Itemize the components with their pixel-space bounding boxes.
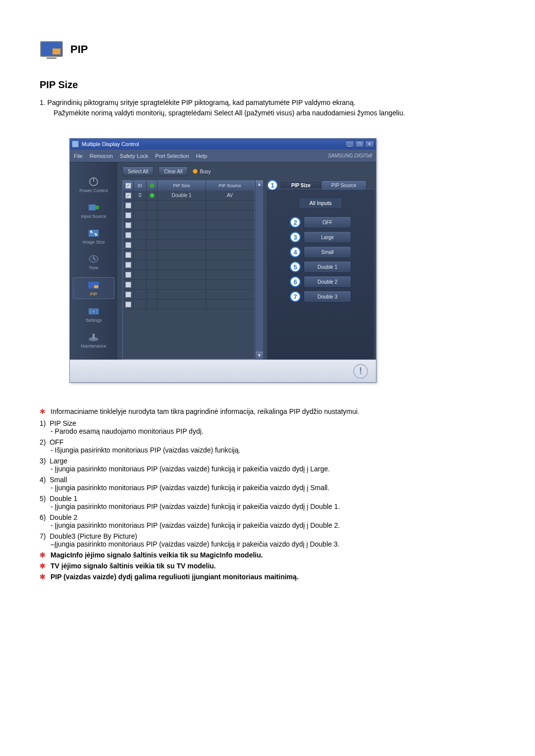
pip-icon — [40, 40, 63, 59]
menu-remocon[interactable]: Remocon — [90, 153, 113, 159]
item-desc: - Įjungia pasirinkto monitoriaus PIP (va… — [51, 465, 495, 473]
item-title: Double 1 — [50, 495, 77, 503]
col-checkbox[interactable] — [123, 181, 134, 191]
star-icon: ✱ — [40, 551, 46, 559]
grid-header: ID PIP Size PIP Source — [123, 181, 255, 191]
checkbox-icon[interactable] — [125, 252, 131, 258]
callout-7: 7Double 3 — [290, 291, 351, 302]
table-row[interactable] — [123, 220, 255, 230]
scroll-track[interactable] — [256, 188, 263, 352]
menu-port-selection[interactable]: Port Selection — [155, 153, 189, 159]
option-off[interactable]: OFF — [304, 216, 351, 228]
item-num: 3) — [40, 457, 46, 465]
sidebar-item-maintenance[interactable]: Maintenance — [73, 330, 114, 351]
tab-pip-size[interactable]: PIP Size — [281, 182, 321, 188]
bold-note-text: TV įėjimo signalo šaltinis veikia tik su… — [51, 562, 216, 570]
checkbox-icon[interactable] — [125, 222, 131, 228]
option-large[interactable]: Large — [304, 231, 351, 243]
callout-num: 6 — [290, 276, 301, 287]
scroll-up-icon[interactable]: ▲ — [256, 180, 263, 188]
callout-num: 4 — [290, 247, 301, 257]
sidebar-item-time[interactable]: Time — [73, 252, 114, 272]
numbered-list: 1) PIP Size - Parodo esamą naudojamo mon… — [40, 419, 495, 548]
tab-pip-source[interactable]: PIP Source — [321, 180, 367, 190]
col-status[interactable] — [147, 181, 158, 191]
sidebar-item-pip[interactable]: PIP — [73, 277, 114, 299]
options-panel: All Inputs 2OFF 3Large 4Small 5Double 1 … — [267, 190, 374, 359]
sidebar-item-image-size[interactable]: Image Size — [73, 226, 114, 247]
close-button[interactable]: × — [365, 141, 374, 148]
star-icon: ✱ — [40, 562, 46, 570]
power-icon — [86, 176, 101, 187]
app-icon — [72, 141, 79, 148]
item-title: Double3 (Picture By Picture) — [50, 532, 137, 540]
menu-file[interactable]: File — [74, 153, 83, 159]
callout-2: 2OFF — [290, 216, 351, 228]
table-row[interactable] — [123, 250, 255, 260]
checkbox-icon[interactable] — [125, 262, 131, 268]
col-pip-source[interactable]: PIP Source — [206, 181, 254, 191]
table-row[interactable] — [123, 290, 255, 300]
table-row[interactable] — [123, 210, 255, 220]
clear-all-button[interactable]: Clear All — [159, 166, 188, 176]
list-item: 3) Large - Įjungia pasirinkto monitoriau… — [40, 457, 495, 473]
status-header-icon — [149, 183, 155, 189]
item-num: 5) — [40, 495, 46, 503]
checkbox-icon[interactable] — [125, 212, 131, 218]
maintenance-icon — [86, 332, 101, 343]
svg-rect-1 — [53, 49, 60, 54]
svg-point-17 — [150, 183, 155, 188]
grid-scrollbar[interactable]: ▲ ▼ — [255, 180, 263, 359]
select-all-button[interactable]: Select All — [122, 166, 154, 176]
sidebar-label: PIP — [90, 292, 98, 297]
sidebar-item-power-control[interactable]: Power Control — [73, 174, 114, 195]
input-source-icon — [86, 202, 101, 213]
maximize-button[interactable]: □ — [355, 141, 364, 148]
table-row[interactable] — [123, 280, 255, 290]
list-item: 7) Double3 (Picture By Picture) –Įjungia… — [40, 532, 495, 548]
option-double1[interactable]: Double 1 — [304, 261, 351, 273]
checkbox-icon[interactable] — [125, 232, 131, 238]
checkbox-icon[interactable] — [125, 202, 131, 208]
table-row[interactable] — [123, 240, 255, 250]
grid: ID PIP Size PIP Source 0 Doubl — [122, 180, 255, 359]
item-desc: –Įjungia pasirinkto monitoriaus PIP (vai… — [51, 540, 495, 548]
option-small[interactable]: Small — [304, 246, 351, 258]
table-row[interactable] — [123, 260, 255, 270]
sidebar-item-input-source[interactable]: Input Source — [73, 200, 114, 221]
checkbox-icon[interactable] — [125, 272, 131, 278]
menu-help[interactable]: Help — [196, 153, 208, 159]
app-screenshot: Multiple Display Control _ □ × File Remo… — [40, 138, 495, 383]
callout-num: 7 — [290, 291, 301, 302]
table-row[interactable] — [123, 230, 255, 240]
row-pip-size: Double 1 — [158, 191, 206, 200]
col-pip-size[interactable]: PIP Size — [158, 181, 206, 191]
brand-label: SAMSUNG DIGITall — [328, 153, 372, 158]
table-row[interactable] — [123, 300, 255, 309]
app-body: Power Control Input Source Image Size Ti… — [70, 162, 376, 359]
bold-note-text: MagicInfo įėjimo signalo šaltinis veikia… — [51, 551, 263, 559]
sidebar-item-settings[interactable]: Settings — [73, 304, 114, 325]
table-row[interactable] — [123, 201, 255, 210]
sidebar-label: Time — [89, 265, 99, 270]
item-desc: - Parodo esamą naudojamo monitoriaus PIP… — [51, 427, 495, 435]
table-row[interactable] — [123, 270, 255, 280]
menu-safety-lock[interactable]: Safety Lock — [120, 153, 148, 159]
header-checkbox-icon — [125, 183, 131, 189]
checkbox-icon[interactable] — [125, 282, 131, 288]
row-checkbox[interactable] — [123, 191, 134, 200]
option-double2[interactable]: Double 2 — [304, 276, 351, 288]
minimize-button[interactable]: _ — [345, 141, 354, 148]
col-id[interactable]: ID — [134, 181, 147, 191]
svg-rect-16 — [93, 334, 95, 339]
info-icon[interactable]: ! — [353, 364, 368, 379]
bold-note-1: ✱ MagicInfo įėjimo signalo šaltinis veik… — [40, 551, 495, 559]
table-row[interactable]: 0 Double 1 AV — [123, 191, 255, 201]
item-desc: - Įjungia pasirinkto monitoriaus PIP (va… — [51, 503, 495, 510]
checkbox-icon[interactable] — [125, 292, 131, 298]
checkbox-icon[interactable] — [125, 302, 131, 307]
checkbox-icon[interactable] — [125, 242, 131, 248]
toolbar: Select All Clear All Busy — [117, 162, 376, 180]
option-double3[interactable]: Double 3 — [304, 291, 351, 302]
scroll-down-icon[interactable]: ▼ — [256, 352, 263, 359]
